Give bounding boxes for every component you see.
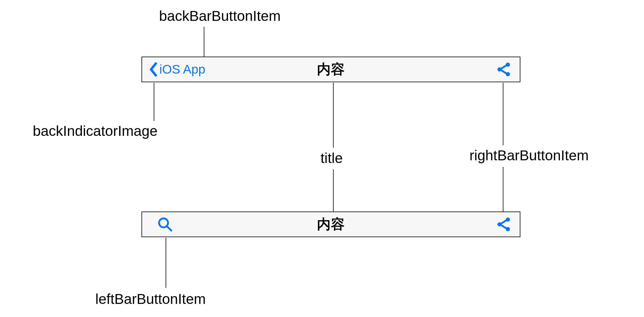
- connector-line: [204, 27, 204, 57]
- share-icon[interactable]: [496, 62, 511, 77]
- share-icon[interactable]: [496, 217, 511, 232]
- connector-line: [154, 83, 154, 121]
- connector-line: [333, 169, 334, 212]
- chevron-left-icon[interactable]: [149, 62, 158, 77]
- svg-line-4: [501, 70, 506, 73]
- label-left-bar-button-item: leftBarButtonItem: [95, 291, 206, 307]
- label-back-indicator-image: backIndicatorImage: [33, 123, 158, 139]
- connector-line: [503, 167, 503, 212]
- label-back-bar-button-item: backBarButtonItem: [159, 8, 281, 24]
- connector-line: [333, 83, 334, 148]
- navbar-title: 内容: [317, 60, 345, 79]
- svg-line-3: [501, 66, 506, 69]
- navbar-title: 内容: [317, 215, 345, 234]
- navbar-with-left-item: 内容: [141, 212, 520, 237]
- svg-line-11: [501, 225, 506, 228]
- svg-line-10: [501, 220, 506, 223]
- back-button-label[interactable]: iOS App: [159, 62, 205, 77]
- connector-line: [503, 83, 503, 145]
- label-title: title: [321, 150, 343, 166]
- navbar-with-back: iOS App 内容: [141, 57, 520, 82]
- label-right-bar-button-item: rightBarButtonItem: [469, 148, 589, 164]
- svg-line-6: [167, 226, 171, 231]
- connector-line: [166, 238, 166, 288]
- search-icon[interactable]: [157, 216, 173, 232]
